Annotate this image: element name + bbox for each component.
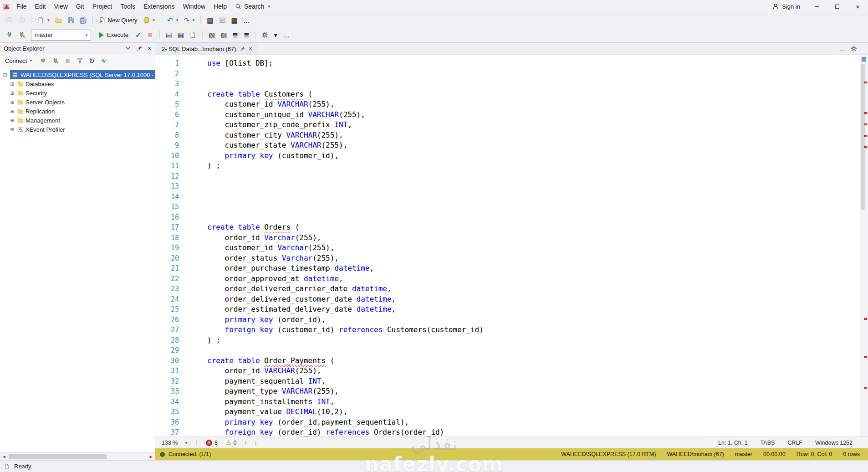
- pin-icon[interactable]: [240, 46, 245, 51]
- refresh-button[interactable]: ↻: [87, 56, 97, 66]
- minimize-button[interactable]: [807, 0, 827, 13]
- code-line[interactable]: order_purchase_timestamp datetime,: [207, 263, 868, 274]
- code-line[interactable]: primary key (customer_id),: [207, 151, 868, 161]
- code-line[interactable]: payment_type VARCHAR(255),: [207, 386, 868, 397]
- expand-icon[interactable]: ⊞: [9, 99, 15, 105]
- code-line[interactable]: [207, 171, 868, 182]
- scrollbar-thumb[interactable]: [9, 454, 107, 459]
- activity-button[interactable]: [98, 56, 109, 66]
- connect-server-button[interactable]: [37, 56, 49, 66]
- document-health-icon[interactable]: [862, 56, 866, 63]
- menu-window[interactable]: Window: [179, 1, 209, 12]
- open-file-button[interactable]: [53, 15, 64, 25]
- expand-icon[interactable]: ⊞: [9, 118, 15, 123]
- panel-close-icon[interactable]: ×: [148, 45, 151, 51]
- editor-vertical-scrollbar[interactable]: [860, 55, 868, 436]
- breakpoint-margin[interactable]: [184, 55, 207, 436]
- menu-edit[interactable]: Edit: [31, 1, 50, 12]
- navigate-forward-button[interactable]: [16, 15, 27, 25]
- menu-git[interactable]: Git: [72, 1, 88, 12]
- restore-button[interactable]: [827, 0, 848, 13]
- query-options-button[interactable]: [259, 30, 271, 40]
- code-line[interactable]: [207, 202, 868, 212]
- tab-overflow-icon[interactable]: …: [839, 46, 845, 52]
- code-line[interactable]: ) ;: [207, 161, 868, 171]
- next-error-button[interactable]: ↓: [252, 440, 260, 446]
- menu-project[interactable]: Project: [88, 1, 117, 12]
- expand-icon[interactable]: ⊞: [9, 127, 15, 133]
- expand-icon[interactable]: ⊞: [9, 81, 15, 87]
- increase-indent-button[interactable]: ≣: [230, 30, 240, 40]
- tree-item-xevent-profiler[interactable]: ⊞XEvent Profiler: [0, 125, 155, 134]
- code-line[interactable]: customer_id Varchar(255),: [207, 243, 868, 253]
- previous-error-button[interactable]: ↑: [242, 440, 250, 446]
- zoom-select[interactable]: 133 % ▾: [159, 439, 190, 447]
- template-browser-button[interactable]: ▦: [229, 15, 240, 25]
- code-line[interactable]: [207, 192, 868, 202]
- sign-in-button[interactable]: Sign in: [766, 3, 807, 10]
- more-options-button[interactable]: ▾: [271, 30, 280, 40]
- connect-query-button[interactable]: [4, 30, 15, 40]
- tree-item-replication[interactable]: ⊞Replication: [0, 107, 155, 116]
- save-button[interactable]: [65, 15, 77, 25]
- navigate-backward-button[interactable]: [4, 15, 15, 25]
- error-count-button[interactable]: × 8: [203, 440, 220, 446]
- menu-view[interactable]: View: [50, 1, 72, 12]
- code-line[interactable]: payment_installments INT,: [207, 397, 868, 407]
- code-line[interactable]: [207, 212, 868, 223]
- menu-tools[interactable]: Tools: [116, 1, 139, 12]
- stop-expand-button[interactable]: [62, 56, 73, 66]
- encoding[interactable]: Windows 1252: [815, 440, 853, 446]
- activity-monitor-button[interactable]: ▤: [204, 15, 215, 25]
- code-line[interactable]: payment_sequential INT,: [207, 376, 868, 387]
- object-explorer-horizontal-scrollbar[interactable]: ◀ ▶: [0, 452, 155, 460]
- parse-button[interactable]: ✓: [133, 30, 143, 40]
- search-menu[interactable]: Search ▾: [231, 1, 274, 12]
- code-line[interactable]: customer_zip_code_prefix INT,: [207, 120, 868, 130]
- tree-item-server-objects[interactable]: ⊞Server Objects: [0, 97, 155, 107]
- code-line[interactable]: customer_id VARCHAR(255),: [207, 99, 868, 110]
- code-line[interactable]: create table Customers (: [207, 89, 868, 100]
- decrease-indent-button[interactable]: ≣: [241, 30, 252, 40]
- code-line[interactable]: [207, 181, 868, 192]
- close-button[interactable]: ×: [848, 0, 868, 13]
- menu-extensions[interactable]: Extensions: [139, 1, 179, 12]
- tab-close-icon[interactable]: ×: [249, 46, 252, 51]
- results-to-grid-button[interactable]: ▦: [175, 30, 186, 40]
- code-line[interactable]: customer_state VARCHAR(255),: [207, 140, 868, 151]
- redo-button[interactable]: ↷▾: [181, 15, 197, 25]
- scroll-right-icon[interactable]: ▶: [147, 455, 155, 459]
- code-line[interactable]: customer_city VARCHAR(255),: [207, 130, 868, 141]
- scrollbar-thumb[interactable]: [861, 64, 865, 210]
- code-line[interactable]: [207, 69, 868, 79]
- code-line[interactable]: order_status Varchar(255),: [207, 253, 868, 264]
- change-connection-button[interactable]: [16, 30, 27, 40]
- editor-tab[interactable]: 2- SQL Datab...\moham (67) ×: [157, 43, 257, 54]
- panel-menu-chevron-icon[interactable]: [125, 45, 131, 51]
- tree-item-management[interactable]: ⊞Management: [0, 116, 155, 125]
- collapse-icon[interactable]: ⊟: [2, 72, 8, 78]
- code-line[interactable]: payment_value DECIMAL(10,2),: [207, 407, 868, 417]
- registered-servers-button[interactable]: [217, 15, 228, 25]
- code-line[interactable]: order_delivered_carrier_date datetime,: [207, 284, 868, 294]
- connect-dropdown[interactable]: Connect ▾: [3, 56, 34, 65]
- tree-item-databases[interactable]: ⊞Databases: [0, 79, 155, 88]
- filter-button[interactable]: [74, 56, 86, 66]
- expand-icon[interactable]: ⊞: [9, 90, 15, 96]
- gear-icon[interactable]: [851, 46, 857, 52]
- execute-button[interactable]: Execute: [95, 30, 133, 40]
- code-line[interactable]: ) ;: [207, 335, 868, 346]
- code-line[interactable]: primary key (order_id,payment_sequential…: [207, 417, 868, 428]
- pin-icon[interactable]: [136, 45, 143, 51]
- query-toolbar-overflow-button[interactable]: …: [281, 30, 292, 40]
- cancel-query-button[interactable]: [144, 30, 156, 40]
- results-to-text-button[interactable]: ▤: [163, 30, 174, 40]
- code-line[interactable]: foreign key (order_id) references Orders…: [207, 427, 868, 436]
- menu-help[interactable]: Help: [209, 1, 231, 12]
- code-line[interactable]: create table Order_Payments (: [207, 356, 868, 366]
- menu-file[interactable]: File: [12, 1, 31, 12]
- code-line[interactable]: primary key (order_id),: [207, 315, 868, 325]
- tabs-mode[interactable]: TABS: [761, 440, 775, 446]
- code-line[interactable]: customer_unique_id VARCHAR(255),: [207, 110, 868, 120]
- tree-item-security[interactable]: ⊞Security: [0, 88, 155, 97]
